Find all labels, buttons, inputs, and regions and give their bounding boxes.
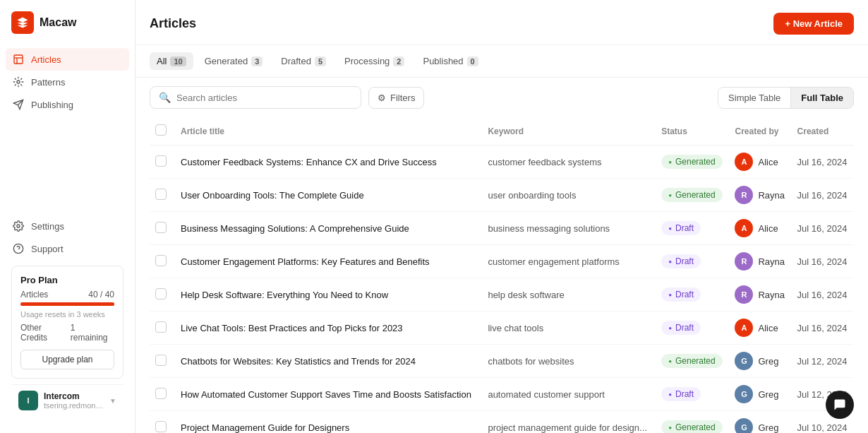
tab-all[interactable]: All 10 xyxy=(150,52,193,70)
article-title[interactable]: User Onboarding Tools: The Complete Guid… xyxy=(181,190,364,201)
article-keyword: live chat tools xyxy=(488,323,543,333)
article-title[interactable]: Business Messaging Solutions: A Comprehe… xyxy=(181,223,409,234)
logo: Macaw xyxy=(0,11,135,48)
article-title[interactable]: Customer Engagement Platforms: Key Featu… xyxy=(181,256,430,267)
svg-point-3 xyxy=(17,81,20,83)
article-date: Jul 16, 2024 xyxy=(797,223,848,234)
creator-avatar: R xyxy=(735,252,753,271)
creator-avatar: A xyxy=(735,153,753,171)
row-checkbox-4[interactable] xyxy=(155,288,167,299)
article-keyword: automated customer support xyxy=(488,389,604,400)
col-created-by: Created by xyxy=(729,117,791,146)
creator-name: Alice xyxy=(758,157,778,167)
article-keyword: chatbots for websites xyxy=(488,356,574,367)
article-title[interactable]: Help Desk Software: Everything You Need … xyxy=(181,290,388,300)
select-all-checkbox[interactable] xyxy=(155,124,167,136)
filters-button[interactable]: ⚙ Filters xyxy=(368,87,424,109)
row-checkbox-7[interactable] xyxy=(155,388,167,399)
article-date: Jul 16, 2024 xyxy=(797,157,848,167)
status-badge: Draft xyxy=(661,387,701,401)
logo-text: Macaw xyxy=(40,16,76,29)
status-badge: Draft xyxy=(661,254,701,268)
row-checkbox-8[interactable] xyxy=(155,421,167,432)
table-row: Chatbots for Websites: Key Statistics an… xyxy=(150,345,854,378)
plan-articles-label: Articles 40 / 40 xyxy=(20,290,114,299)
user-info: Intercom tsering.redmond.jones@gm... xyxy=(44,391,104,410)
row-checkbox-5[interactable] xyxy=(155,321,167,333)
sidebar-item-patterns-label: Patterns xyxy=(31,77,65,88)
progress-bar-background xyxy=(20,302,114,306)
tab-published[interactable]: Published 0 xyxy=(416,52,485,70)
sidebar-item-settings[interactable]: Settings xyxy=(6,215,129,237)
creator-avatar: G xyxy=(735,385,753,403)
tab-generated[interactable]: Generated 3 xyxy=(198,52,270,70)
row-checkbox-3[interactable] xyxy=(155,255,167,266)
creator-name: Greg xyxy=(758,356,778,367)
sidebar-item-articles-label: Articles xyxy=(31,54,61,65)
article-title[interactable]: How Automated Customer Support Saves Tim… xyxy=(181,389,471,400)
status-badge: Generated xyxy=(661,188,723,202)
sidebar-item-patterns[interactable]: Patterns xyxy=(6,71,129,93)
usage-reset-text: Usage resets in 3 weeks xyxy=(20,310,114,319)
creator-name: Alice xyxy=(758,223,778,234)
article-title[interactable]: Chatbots for Websites: Key Statistics an… xyxy=(181,356,416,367)
status-badge: Generated xyxy=(661,155,723,169)
full-table-button[interactable]: Full Table xyxy=(791,88,853,108)
sidebar-item-publishing[interactable]: Publishing xyxy=(6,93,129,116)
other-credits: Other Credits 1 remaining xyxy=(20,323,114,343)
row-checkbox-0[interactable] xyxy=(155,155,167,167)
creator-avatar: A xyxy=(735,219,753,237)
chat-bubble[interactable] xyxy=(826,391,854,419)
creator-cell: A Alice xyxy=(735,319,785,337)
creator-name: Rayna xyxy=(758,290,785,300)
view-toggle: Simple Table Full Table xyxy=(718,87,854,109)
tab-drafted[interactable]: Drafted 5 xyxy=(274,52,333,70)
article-title[interactable]: Customer Feedback Systems: Enhance CX an… xyxy=(181,157,437,167)
creator-avatar: G xyxy=(735,418,753,433)
chevron-down-icon: ▼ xyxy=(109,397,116,405)
sidebar-item-support[interactable]: Support xyxy=(6,237,129,260)
row-checkbox-6[interactable] xyxy=(155,355,167,366)
col-created: Created xyxy=(792,117,854,146)
creator-name: Greg xyxy=(758,389,778,400)
user-name: Intercom xyxy=(44,391,104,401)
creator-name: Rayna xyxy=(758,256,785,267)
article-keyword: customer feedback systems xyxy=(488,157,601,167)
sidebar-bottom: Settings Support Pro Plan Articles 40 / … xyxy=(0,215,135,422)
search-box[interactable]: 🔍 xyxy=(150,86,361,109)
creator-avatar: A xyxy=(735,319,753,337)
tab-all-badge: 10 xyxy=(170,57,186,66)
creator-avatar: G xyxy=(735,352,753,370)
logo-icon xyxy=(11,11,34,34)
sidebar-item-settings-label: Settings xyxy=(31,221,64,232)
table-row: User Onboarding Tools: The Complete Guid… xyxy=(150,179,854,212)
simple-table-button[interactable]: Simple Table xyxy=(718,88,791,108)
creator-cell: R Rayna xyxy=(735,252,785,271)
table-row: Live Chat Tools: Best Practices and Top … xyxy=(150,312,854,345)
progress-bar-fill xyxy=(20,302,114,306)
row-checkbox-1[interactable] xyxy=(155,189,167,200)
article-date: Jul 16, 2024 xyxy=(797,256,848,267)
filter-icon: ⚙ xyxy=(378,93,386,103)
creator-cell: R Rayna xyxy=(735,186,785,204)
status-badge: Draft xyxy=(661,321,701,335)
sidebar: Macaw Articles Patterns Publishing Setti… xyxy=(0,0,135,433)
table-row: Help Desk Software: Everything You Need … xyxy=(150,278,854,312)
new-article-button[interactable]: + New Article xyxy=(773,13,854,35)
search-input[interactable] xyxy=(176,93,352,103)
row-checkbox-2[interactable] xyxy=(155,222,167,233)
creator-cell: A Alice xyxy=(735,153,785,171)
table-row: Customer Feedback Systems: Enhance CX an… xyxy=(150,146,854,179)
tab-processing[interactable]: Processing 2 xyxy=(337,52,411,70)
articles-table: Article title Keyword Status Created by … xyxy=(150,117,854,433)
user-section[interactable]: I Intercom tsering.redmond.jones@gm... ▼ xyxy=(11,384,123,416)
status-badge: Generated xyxy=(661,420,723,433)
sidebar-item-articles[interactable]: Articles xyxy=(6,48,129,71)
creator-avatar: R xyxy=(735,186,753,204)
page-title: Articles xyxy=(150,16,196,31)
article-title[interactable]: Live Chat Tools: Best Practices and Top … xyxy=(181,323,403,333)
article-date: Jul 16, 2024 xyxy=(797,190,848,201)
article-title[interactable]: Project Management Guide for Designers xyxy=(181,422,349,433)
upgrade-plan-button[interactable]: Upgrade plan xyxy=(20,350,114,369)
status-badge: Generated xyxy=(661,354,723,368)
